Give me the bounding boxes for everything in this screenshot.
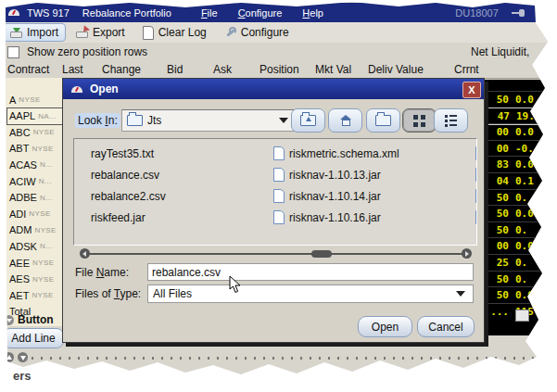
menu-file[interactable]: File [201,7,218,19]
files-of-type-combobox[interactable]: All Files [147,285,474,303]
buttons-section-label: Button [18,313,54,326]
open-button[interactable]: Open [358,316,412,337]
look-in-combobox[interactable]: Jts [121,109,295,132]
export-button[interactable]: Export [69,23,133,42]
scroll-right-icon[interactable] [462,248,472,259]
home-button[interactable] [328,108,362,133]
import-button[interactable]: Import [3,23,66,42]
configure-button[interactable]: Configure [217,23,297,42]
file-item[interactable] [475,164,477,185]
toolbar: Import Export Clear Log Configure [0,22,557,43]
col-deliv-value[interactable]: Deliv Value [368,63,424,76]
col-mkt-val[interactable]: Mkt Val [315,63,351,76]
quote-value-2: 0. [515,273,557,285]
file-item-rebalance.csv[interactable]: rebalance.csv [91,164,166,185]
file-name-text: rayTest35.txt [91,147,154,160]
new-folder-button[interactable] [366,108,400,133]
file-icon [273,168,285,182]
col-bid[interactable]: Bid [167,63,183,76]
file-item-riskmetric.schema.xml[interactable]: riskmetric.schema.xml [273,143,399,164]
ticker-symbol: ACIW [9,176,36,187]
buttons-section[interactable]: Button [4,311,69,328]
contract-cell-aet[interactable]: AETNYSE [6,286,67,304]
col-contract[interactable]: Contract [7,63,49,76]
scrollbar-thumb[interactable] [311,250,332,258]
exchange-label: N... [39,177,52,185]
file-icon [475,146,477,160]
file-item-risknav-1.10.16.jar[interactable]: risknav-1.10.16.jar [273,207,399,228]
dialog-close-button[interactable]: X [462,82,481,98]
ticker-symbol: A [9,95,16,106]
file-item-rayTest35.txt[interactable]: rayTest35.txt [91,143,166,164]
contract-cell-abc[interactable]: ABCNYSE [6,123,67,141]
contract-cell-adbe[interactable]: ADBEN... [6,189,67,207]
quote-row-abt: 00-0. [482,140,557,157]
dialog-title-bar[interactable]: Open X [63,79,484,99]
clear-log-button[interactable]: Clear Log [135,23,214,43]
ticker-symbol: ABT [9,143,29,154]
up-one-level-button[interactable] [291,108,325,133]
file-icon [475,189,477,203]
exchange-label: NYSE [29,209,50,218]
contract-cell-adi[interactable]: ADINYSE [6,205,67,222]
quote-row-adi: 500.0 [482,205,557,221]
file-item-risknav-1.10.14.jar[interactable]: risknav-1.10.14.jar [273,185,399,207]
file-list[interactable]: rayTest35.txtrebalance.csvrebalance2.csv… [73,138,477,246]
quote-value-1: 04 [497,175,509,187]
contract-cell-abt[interactable]: ABTNYSE [6,140,67,158]
file-name-text: risknav-1.10.16.jar [289,211,381,224]
quote-value-2: 19. [516,110,557,122]
file-item-riskfeed.jar[interactable]: riskfeed.jar [91,207,166,228]
col-change[interactable]: Change [102,63,141,76]
contract-cell-adm[interactable]: ADMNYSE [6,221,67,239]
contract-cell-aee[interactable]: AEENYSE [6,254,67,272]
contract-cell-aes[interactable]: AESNYSE [6,271,67,288]
cancel-button[interactable]: Cancel [417,316,475,337]
scroll-left-icon[interactable] [80,248,90,259]
menu-configure[interactable]: Configure [238,7,283,19]
add-line-button[interactable]: Add Line [3,328,64,348]
collapse-toggle-icon[interactable] [4,315,14,325]
file-item-risknav-1.10.13.jar[interactable]: risknav-1.10.13.jar [273,164,399,185]
help-icon[interactable]: ? [536,5,544,20]
file-item[interactable] [475,207,477,228]
show-zero-checkbox[interactable] [7,46,19,58]
quote-row-adm: 500. [482,221,557,238]
contract-cell-a[interactable]: ANYSE [6,91,67,108]
quote-row-aapl: 4719. [482,107,557,125]
window-title: Rebalance Portfolio [82,7,171,19]
grid-view-button[interactable] [402,108,437,133]
contract-cell-adsk[interactable]: ADSKN... [6,237,67,255]
scroll-down-button[interactable] [18,352,28,362]
contract-cell-aapl[interactable]: AAPLNA... [6,107,67,125]
col-last[interactable]: Last [62,63,83,76]
col-crrnt[interactable]: Crrnt [454,63,479,76]
file-name-input[interactable] [147,263,474,281]
menu-help[interactable]: Help [302,7,323,19]
quote-row-a: 500.0 [482,91,557,107]
file-item[interactable] [475,143,477,164]
file-item[interactable] [475,185,477,207]
quote-value-1: 47 [498,110,510,122]
quote-row-adbe: 500. [482,189,557,206]
horizontal-scrollbar[interactable] [80,248,472,259]
contract-cell-acas[interactable]: ACASN... [6,156,67,173]
quote-row-aes: 500. [482,271,557,287]
col-position[interactable]: Position [260,63,299,76]
bottom-strip [0,350,557,367]
ticker-symbol: ACAS [9,159,37,171]
list-view-button[interactable] [434,108,468,133]
file-name-label: File Name: [75,266,129,279]
quote-value-2: 0.1 [515,175,557,187]
net-liquidity-label: Net Liquidit, [471,45,529,58]
file-item-rebalance2.csv[interactable]: rebalance2.csv [91,185,166,207]
look-in-label: Look In: [75,113,120,128]
pin-icon[interactable] [512,8,526,18]
quote-value-2: 0.0 [515,240,557,252]
exchange-label: N... [40,160,53,169]
col-ask[interactable]: Ask [213,63,232,76]
scroll-up-button[interactable] [4,352,14,362]
contract-cell-aciw[interactable]: ACIWN... [6,172,67,190]
quote-value-1: 50 [497,224,509,236]
file-name-text: rebalance.csv [91,169,159,182]
